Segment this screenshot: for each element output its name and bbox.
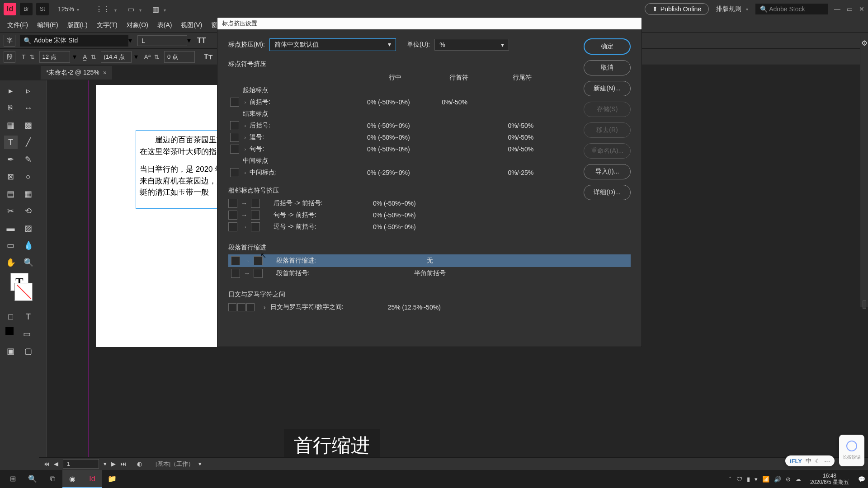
ok-button[interactable]: 确定: [584, 38, 631, 55]
last-page-icon[interactable]: ⏭: [120, 460, 126, 467]
content-placer-tool[interactable]: ▩: [22, 118, 35, 132]
cancel-button[interactable]: 取消: [584, 60, 631, 75]
taskbar-indesign[interactable]: Id: [82, 470, 102, 488]
next-page-icon[interactable]: ▶: [111, 460, 116, 467]
type-tool[interactable]: T: [4, 136, 18, 149]
zoom-tool[interactable]: 🔍: [22, 256, 35, 269]
notification-button[interactable]: 💬: [858, 476, 865, 483]
period-mid-value[interactable]: 0% (-50%~0%): [355, 145, 421, 153]
detail-button[interactable]: 详细(D)...: [584, 185, 631, 200]
scissors-tool[interactable]: ✂: [4, 204, 18, 218]
open-first-value[interactable]: 0%/-50%: [421, 99, 487, 106]
page-number-input[interactable]: 1: [63, 459, 99, 469]
preflight-profile[interactable]: [基本]（工作）: [156, 460, 194, 468]
bridge-icon[interactable]: Br: [20, 3, 33, 15]
close-button[interactable]: ✕: [859, 5, 864, 13]
screen-mode-icon[interactable]: ▭ ▾: [127, 5, 141, 14]
stepper-icon[interactable]: ⇅: [91, 53, 96, 61]
mid-mid-value[interactable]: 0% (-25%~0%): [355, 169, 421, 176]
zoom-level[interactable]: 125%▾: [58, 5, 79, 13]
font-weight-input[interactable]: L: [137, 35, 187, 46]
menu-type[interactable]: 文字(T): [92, 21, 122, 29]
taskbar-browser[interactable]: ◉: [62, 470, 82, 488]
para-indent-value[interactable]: 无: [385, 257, 475, 265]
adj2-value[interactable]: 0% (-50%~0%): [373, 211, 454, 219]
new-button[interactable]: 新建(N)...: [584, 81, 631, 96]
unit-dropdown[interactable]: %▾: [434, 39, 509, 51]
gap-tool[interactable]: ↔: [22, 101, 35, 115]
gradient-tool[interactable]: ▬: [4, 221, 18, 235]
formatting-text-icon[interactable]: T: [22, 310, 35, 324]
start-button[interactable]: ⊞: [3, 470, 23, 488]
taskbar-clock[interactable]: 16:48 2020/6/5 星期五: [810, 473, 849, 486]
grid-tool[interactable]: ▤: [4, 187, 18, 201]
stepper-icon[interactable]: ⇅: [29, 53, 35, 61]
minimize-button[interactable]: —: [834, 5, 840, 13]
menu-object[interactable]: 对象(O): [122, 21, 153, 29]
note-tool[interactable]: ▭: [4, 239, 18, 252]
search-button[interactable]: 🔍: [23, 470, 42, 488]
direct-selection-tool[interactable]: ▹: [22, 84, 35, 98]
task-view-button[interactable]: ⧉: [42, 470, 62, 488]
jroman-value[interactable]: 25% (12.5%~50%): [388, 304, 469, 311]
ime-toolbar[interactable]: iFLY 中 ☾ ⋯: [785, 455, 835, 466]
mid-last-value[interactable]: 0%/-25%: [488, 169, 554, 176]
expand-icon[interactable]: ›: [245, 99, 246, 105]
pen-tool[interactable]: ✒: [4, 153, 18, 166]
menu-layout[interactable]: 版面(L): [63, 21, 92, 29]
leading-input[interactable]: (14.4 点: [101, 51, 132, 63]
ime-moon-icon[interactable]: ☾: [815, 458, 821, 465]
menu-edit[interactable]: 编辑(E): [33, 21, 63, 29]
expand-icon[interactable]: ›: [264, 304, 266, 311]
small-caps-icon[interactable]: Tᴛ: [204, 52, 212, 61]
expand-icon[interactable]: ›: [245, 123, 246, 128]
comma-last-value[interactable]: 0%/-50%: [488, 134, 554, 141]
document-tab[interactable]: *未命名-2 @ 125% ×: [41, 66, 112, 80]
selection-tool[interactable]: ▸: [4, 84, 18, 98]
adj1-value[interactable]: 0% (-50%~0%): [373, 200, 454, 207]
tray-wifi-icon[interactable]: 📶: [762, 476, 769, 483]
restore-button[interactable]: ▭: [847, 5, 853, 13]
table-tool[interactable]: ▦: [22, 187, 35, 201]
ime-voice-widget[interactable]: 长按说话: [839, 435, 864, 466]
content-collector-tool[interactable]: ▦: [4, 118, 18, 132]
stock-icon[interactable]: St: [36, 3, 49, 15]
prev-page-icon[interactable]: ◀: [54, 460, 58, 467]
stepper-icon[interactable]: ⇅: [154, 53, 160, 61]
rectangle-frame-tool[interactable]: ⊠: [4, 170, 18, 183]
font-family-input[interactable]: 🔍 Adobe 宋体 Std: [20, 35, 128, 47]
formatting-container-icon[interactable]: □: [4, 310, 18, 324]
pencil-tool[interactable]: ✎: [22, 153, 35, 166]
character-mode[interactable]: 字: [4, 35, 15, 47]
open-mid-value[interactable]: 0% (-50%~0%): [355, 99, 421, 106]
preset-dropdown[interactable]: 简体中文默认值▾: [269, 38, 396, 51]
font-dropdown-icon[interactable]: ▾: [128, 36, 132, 45]
preview-icon[interactable]: ▢: [22, 344, 35, 358]
row-para-indent[interactable]: → 段落首行缩进: 无: [228, 254, 631, 267]
apply-color-icon[interactable]: [5, 327, 14, 335]
tray-sync-icon[interactable]: ☁: [795, 476, 801, 483]
all-caps-icon[interactable]: TT: [197, 37, 206, 45]
line-tool[interactable]: ╱: [22, 136, 35, 149]
comma-mid-value[interactable]: 0% (-50%~0%): [355, 134, 421, 141]
tray-chevron-icon[interactable]: ˄: [729, 476, 732, 483]
ime-more-icon[interactable]: ⋯: [824, 458, 830, 465]
view-options-icon[interactable]: ⋮⋮ ▾: [95, 5, 117, 14]
taskbar-explorer[interactable]: 📁: [102, 470, 122, 488]
weight-dropdown-icon[interactable]: ▾: [187, 36, 191, 45]
adobe-stock-search[interactable]: 🔍 Adobe Stock: [755, 4, 828, 14]
tray-security-icon[interactable]: 🛡: [736, 476, 742, 483]
stroke-swatch[interactable]: [14, 283, 33, 301]
collapsed-panel-handle[interactable]: [863, 300, 866, 309]
hand-tool[interactable]: ✋: [4, 256, 18, 269]
para-open-value[interactable]: 半角前括号: [385, 269, 475, 277]
menu-view[interactable]: 视图(V): [176, 21, 207, 29]
expand-icon[interactable]: ›: [245, 135, 246, 140]
baseline-input[interactable]: 0 点: [164, 51, 195, 63]
gear-icon[interactable]: ⚙: [860, 39, 868, 47]
preflight-icon[interactable]: ◐: [137, 460, 142, 467]
tray-network-icon[interactable]: ▾: [755, 476, 758, 483]
first-page-icon[interactable]: ⏮: [43, 460, 49, 467]
transform-tool[interactable]: ⟲: [22, 204, 35, 218]
tray-app-icon[interactable]: ⊘: [786, 476, 791, 483]
